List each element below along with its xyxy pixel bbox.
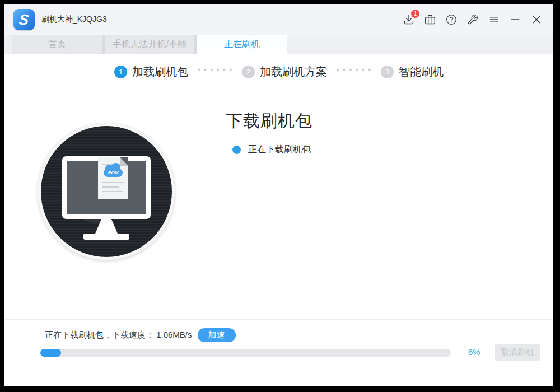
step-load-plan: 2 加载刷机方案 (242, 64, 327, 80)
footer-divider (4, 319, 553, 320)
step-number: 1 (114, 66, 127, 78)
document-text-line (102, 186, 119, 188)
tab-bar: 首页 手机无法开机/不能 正在刷机 (4, 35, 553, 54)
help-button[interactable] (445, 13, 458, 26)
progress-bar (40, 349, 451, 357)
step-number: 3 (381, 66, 394, 78)
main-content: 1 加载刷机包 ······ 2 加载刷机方案 ······ 3 智能刷机 (4, 54, 553, 386)
help-icon (446, 14, 457, 25)
download-status-text: 正在下载刷机包，下载速度： 1.06MB/s (45, 330, 192, 340)
step-label: 加载刷机方案 (260, 64, 327, 80)
hero-status-row: 正在下载刷机包 (232, 144, 312, 156)
monitor-graphic: ROM (62, 156, 151, 219)
rom-cloud-icon: ROM (104, 169, 123, 177)
step-label: 加载刷机包 (132, 64, 188, 80)
tab-row: 首页 手机无法开机/不能 正在刷机 (12, 35, 287, 54)
monitor-screen: ROM (67, 161, 146, 214)
tab-home[interactable]: 首页 (12, 35, 102, 54)
page-title: 下载刷机包 (226, 110, 312, 133)
download-illustration: ROM (38, 123, 175, 260)
wizard-steps: 1 加载刷机包 ······ 2 加载刷机方案 ······ 3 智能刷机 (4, 64, 553, 80)
app-title: 刷机大神_KJQJG3 (41, 15, 107, 25)
minimize-button[interactable] (508, 13, 522, 26)
close-icon (531, 14, 542, 25)
footer-status-row: 正在下载刷机包，下载速度： 1.06MB/s 加速 (45, 328, 236, 342)
document-text-line (102, 191, 123, 192)
hero-status-text: 正在下载刷机包 (248, 144, 311, 156)
app-logo: S (13, 9, 35, 30)
document-text-line (102, 182, 124, 183)
notification-badge: 1 (411, 10, 419, 18)
cancel-flash-button[interactable]: 取消刷机 (495, 344, 540, 361)
tab-phone-cannot-boot[interactable]: 手机无法开机/不能 (105, 35, 194, 54)
accelerate-button[interactable]: 加速 (198, 328, 236, 342)
step-number: 2 (242, 66, 255, 78)
step-label: 智能刷机 (399, 64, 444, 80)
close-button[interactable] (530, 13, 543, 26)
progress-percent: 6% (468, 347, 493, 357)
step-separator-dots: ······ (194, 64, 236, 80)
step-load-package: 1 加载刷机包 (114, 64, 188, 80)
tab-flashing[interactable]: 正在刷机 (197, 35, 287, 54)
wrench-icon (467, 14, 478, 25)
rom-document-icon: ROM (98, 157, 128, 199)
app-window: S 刷机大神_KJQJG3 1 (4, 4, 553, 386)
step-separator-dots: ······ (333, 64, 375, 80)
menu-button[interactable] (487, 13, 501, 26)
step-smart-flash: 3 智能刷机 (381, 64, 444, 80)
minimize-icon (510, 14, 521, 25)
hero-section: 下载刷机包 正在下载刷机包 (226, 110, 312, 156)
hamburger-menu-icon (488, 14, 500, 25)
monitor-stand-base (83, 234, 129, 240)
status-dot (232, 146, 241, 154)
settings-button[interactable] (466, 13, 479, 26)
rom-label: ROM (104, 169, 123, 177)
app-logo-letter: S (18, 12, 30, 27)
titlebar-icons: 1 (402, 13, 543, 26)
titlebar: S 刷机大神_KJQJG3 1 (4, 4, 553, 35)
toolbox-button[interactable] (423, 13, 437, 26)
progress-fill (40, 349, 61, 357)
briefcase-icon (424, 14, 436, 25)
download-button[interactable]: 1 (402, 13, 416, 26)
